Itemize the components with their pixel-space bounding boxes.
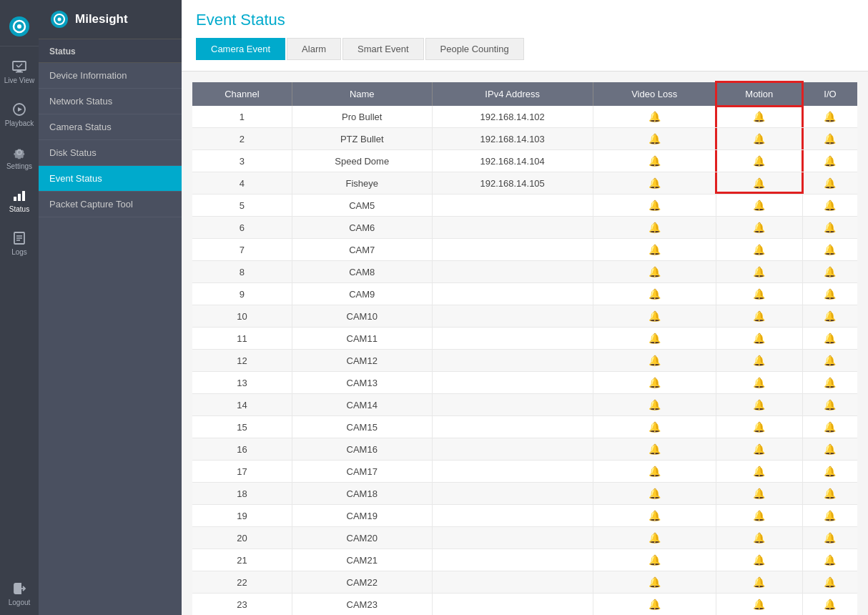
cell-io: 🔔: [802, 239, 857, 261]
col-header-channel: Channel: [192, 82, 292, 106]
sidebar-item-playback[interactable]: Playback: [0, 93, 39, 136]
settings-label: Settings: [6, 162, 32, 170]
cell-motion: 🔔: [716, 571, 802, 594]
tab-alarm[interactable]: Alarm: [287, 38, 341, 60]
cell-channel: 21: [192, 549, 292, 571]
cell-ip: [432, 283, 593, 305]
io-bell-icon: 🔔: [824, 488, 836, 499]
io-bell-icon: 🔔: [824, 355, 836, 366]
cell-channel: 2: [192, 128, 292, 150]
table-area: Channel Name IPv4 Address Video Loss Mot…: [182, 72, 868, 615]
tab-people-counting[interactable]: People Counting: [425, 38, 524, 60]
playback-label: Playback: [5, 119, 34, 127]
video-loss-bell-icon: 🔔: [648, 155, 661, 167]
table-row: 5 CAM5 🔔 🔔 🔔: [192, 195, 857, 217]
io-bell-icon: 🔔: [824, 532, 836, 543]
video-loss-bell-icon: 🔔: [648, 111, 661, 122]
table-row: 20 CAM20 🔔 🔔 🔔: [192, 527, 857, 549]
cell-name: CAM19: [292, 505, 432, 527]
cell-video-loss: 🔔: [593, 372, 716, 394]
svg-rect-10: [14, 197, 16, 201]
video-loss-bell-icon: 🔔: [648, 466, 661, 477]
settings-icon: [11, 144, 27, 160]
cell-motion: 🔔: [716, 372, 802, 394]
video-loss-bell-icon: 🔔: [648, 133, 661, 144]
io-bell-icon: 🔔: [824, 288, 836, 300]
video-loss-bell-icon: 🔔: [648, 222, 661, 233]
motion-bell-icon: 🔔: [753, 576, 765, 588]
sidebar-item-logout[interactable]: Logout: [0, 572, 39, 615]
cell-ip: [432, 505, 593, 527]
cell-motion: 🔔: [716, 461, 802, 483]
video-loss-bell-icon: 🔔: [648, 333, 661, 344]
cell-video-loss: 🔔: [593, 350, 716, 372]
sidebar-item-status[interactable]: Status: [0, 179, 39, 222]
sidebar-nav-disk-status[interactable]: Disk Status: [39, 140, 182, 166]
motion-bell-icon: 🔔: [753, 377, 765, 388]
svg-rect-5: [16, 72, 23, 73]
cell-io: 🔔: [802, 283, 857, 305]
table-row: 6 CAM6 🔔 🔔 🔔: [192, 217, 857, 239]
cell-name: CAM11: [292, 328, 432, 350]
cell-io: 🔔: [802, 305, 857, 328]
io-bell-icon: 🔔: [824, 266, 836, 277]
cell-name: CAM20: [292, 527, 432, 549]
cell-motion: 🔔: [716, 438, 802, 461]
cell-video-loss: 🔔: [593, 195, 716, 217]
motion-bell-icon: 🔔: [753, 488, 765, 499]
cell-channel: 12: [192, 350, 292, 372]
motion-bell-icon: 🔔: [753, 133, 765, 144]
sidebar-nav-packet-capture-tool[interactable]: Packet Capture Tool: [39, 192, 182, 217]
sidebar-item-settings[interactable]: Settings: [0, 136, 39, 179]
cell-motion: 🔔: [716, 239, 802, 261]
main-content: Event Status Camera Event Alarm Smart Ev…: [182, 0, 868, 615]
cell-video-loss: 🔔: [593, 128, 716, 150]
sidebar-nav-event-status[interactable]: Event Status: [39, 166, 182, 192]
cell-motion: 🔔: [716, 527, 802, 549]
io-bell-icon: 🔔: [824, 399, 836, 410]
cell-name: CAM23: [292, 594, 432, 616]
cell-ip: [432, 527, 593, 549]
cell-channel: 23: [192, 594, 292, 616]
sidebar-item-live-view[interactable]: Live View: [0, 50, 39, 93]
col-header-video-loss: Video Loss: [593, 82, 716, 106]
cell-motion: 🔔: [716, 172, 802, 195]
io-bell-icon: 🔔: [824, 310, 836, 322]
col-header-name: Name: [292, 82, 432, 106]
tab-smart-event[interactable]: Smart Event: [342, 38, 424, 60]
video-loss-bell-icon: 🔔: [648, 488, 661, 499]
cell-io: 🔔: [802, 505, 857, 527]
cell-name: CAM14: [292, 394, 432, 416]
sidebar-item-logs[interactable]: Logs: [0, 222, 39, 265]
cell-motion: 🔔: [716, 505, 802, 527]
cell-io: 🔔: [802, 350, 857, 372]
motion-bell-icon: 🔔: [753, 111, 765, 122]
table-row: 18 CAM18 🔔 🔔 🔔: [192, 483, 857, 505]
cell-ip: [432, 549, 593, 571]
cell-video-loss: 🔔: [593, 505, 716, 527]
motion-bell-icon: 🔔: [753, 200, 765, 211]
cell-motion: 🔔: [716, 283, 802, 305]
cell-io: 🔔: [802, 549, 857, 571]
io-bell-icon: 🔔: [824, 333, 836, 344]
sidebar-nav-camera-status[interactable]: Camera Status: [39, 114, 182, 140]
cell-channel: 4: [192, 172, 292, 195]
sidebar-nav-device-information[interactable]: Device Information: [39, 63, 182, 89]
cell-channel: 14: [192, 394, 292, 416]
sidebar-nav-network-status[interactable]: Network Status: [39, 89, 182, 114]
logout-icon: [11, 581, 27, 596]
video-loss-bell-icon: 🔔: [648, 310, 661, 322]
status-icon: [11, 187, 27, 203]
cell-motion: 🔔: [716, 195, 802, 217]
cell-video-loss: 🔔: [593, 239, 716, 261]
cell-name: CAM13: [292, 372, 432, 394]
io-bell-icon: 🔔: [824, 421, 836, 433]
cell-io: 🔔: [802, 150, 857, 172]
tab-camera-event[interactable]: Camera Event: [196, 38, 285, 60]
cell-channel: 8: [192, 261, 292, 283]
cell-io: 🔔: [802, 394, 857, 416]
cell-channel: 1: [192, 106, 292, 128]
io-bell-icon: 🔔: [824, 510, 836, 521]
cell-name: Pro Bullet: [292, 106, 432, 128]
cell-name: Speed Dome: [292, 150, 432, 172]
